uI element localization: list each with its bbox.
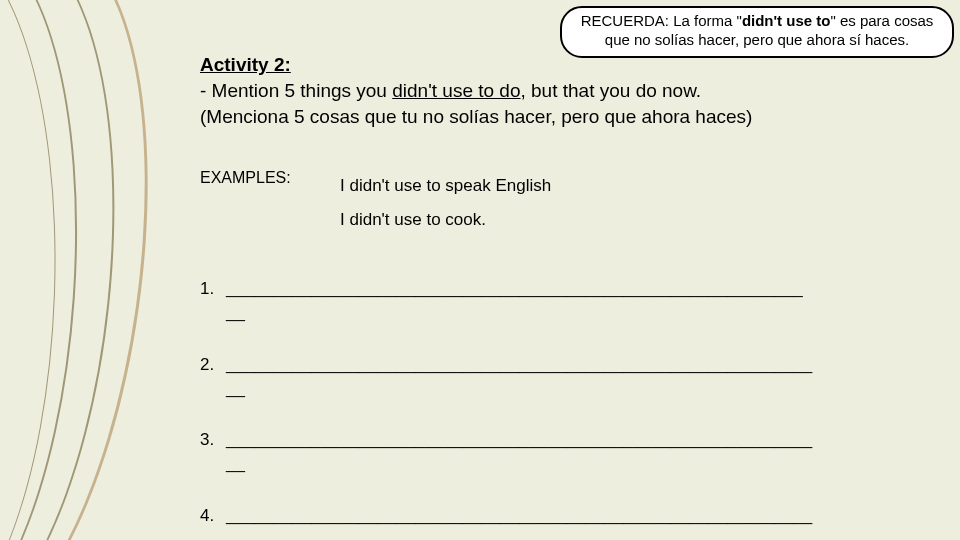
item-number: 2.: [200, 353, 226, 401]
examples-label: EXAMPLES:: [200, 169, 340, 237]
example-line-1: I didn't use to speak English: [340, 169, 551, 203]
example-line-2: I didn't use to cook.: [340, 203, 551, 237]
blank-line: ________________________________________…: [226, 504, 920, 540]
callout-phrase: didn't use to: [742, 12, 831, 29]
instruction-prefix: - Mention 5 things you: [200, 80, 392, 101]
list-item: 4. _____________________________________…: [200, 504, 920, 540]
examples-text: I didn't use to speak English I didn't u…: [340, 169, 551, 237]
content-area: Activity 2: - Mention 5 things you didn'…: [200, 54, 920, 540]
activity-instruction: - Mention 5 things you didn't use to do,…: [200, 78, 920, 129]
blank-underscores: ________________________________________…: [226, 506, 812, 525]
reminder-callout: RECUERDA: La forma "didn't use to" es pa…: [560, 6, 954, 58]
blank-underscores: ________________________________________…: [226, 355, 812, 374]
instruction-suffix: , but that you do now.: [521, 80, 702, 101]
blank-tail: __: [226, 303, 245, 322]
item-number: 3.: [200, 428, 226, 476]
blank-underscores: ________________________________________…: [226, 430, 812, 449]
list-item: 1. _____________________________________…: [200, 277, 920, 325]
item-number: 1.: [200, 277, 226, 325]
blank-line: ________________________________________…: [226, 428, 920, 476]
blank-tail: __: [226, 379, 245, 398]
blank-underscores: ________________________________________…: [226, 279, 803, 298]
instruction-underlined: didn't use to do: [392, 80, 520, 101]
slide: RECUERDA: La forma "didn't use to" es pa…: [0, 0, 960, 540]
list-item: 3. _____________________________________…: [200, 428, 920, 476]
blank-tail: __: [226, 530, 245, 540]
blank-line: ________________________________________…: [226, 353, 920, 401]
callout-prefix: RECUERDA: La forma ": [581, 12, 742, 29]
list-item: 2. _____________________________________…: [200, 353, 920, 401]
blank-list: 1. _____________________________________…: [200, 277, 920, 540]
instruction-translation: (Menciona 5 cosas que tu no solías hacer…: [200, 106, 752, 127]
blank-line: ________________________________________…: [226, 277, 920, 325]
item-number: 4.: [200, 504, 226, 540]
examples-section: EXAMPLES: I didn't use to speak English …: [200, 169, 920, 237]
blank-tail: __: [226, 454, 245, 473]
